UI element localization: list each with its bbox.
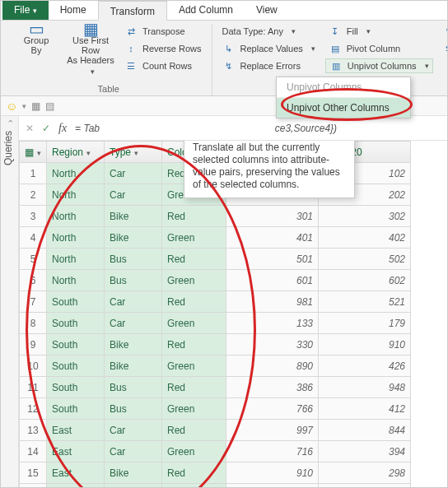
- unpivot-button[interactable]: ▥Unpivot Columns: [325, 58, 433, 73]
- table-row[interactable]: 13EastCarRed997844: [20, 420, 411, 441]
- cell-type[interactable]: Bike: [105, 227, 162, 249]
- table-row[interactable]: 5NorthBusRed501502: [20, 249, 411, 270]
- qat-icon-1[interactable]: ▦: [31, 100, 40, 112]
- data-type-button[interactable]: Data Type: Any: [219, 24, 319, 39]
- cell-v1[interactable]: 601: [226, 270, 319, 291]
- cell-v1[interactable]: 133: [226, 313, 319, 334]
- table-row[interactable]: 15EastBikeRed910298: [20, 462, 411, 484]
- cell-region[interactable]: South: [47, 291, 105, 313]
- cell-v2[interactable]: 302: [319, 206, 411, 227]
- unpivot-columns-item[interactable]: Unpivot Columns: [277, 77, 410, 97]
- row-corner[interactable]: ▦▾: [20, 142, 47, 163]
- cell-region[interactable]: South: [47, 377, 105, 398]
- cell-type[interactable]: Car: [105, 420, 162, 441]
- cell-v1[interactable]: 766: [226, 398, 319, 420]
- table-row[interactable]: 9SouthBikeRed330910: [20, 334, 411, 356]
- table-row[interactable]: 4NorthBikeGreen401402: [20, 227, 411, 249]
- first-row-headers-button[interactable]: ▦ Use First Row As Headers: [67, 24, 114, 77]
- cell-v1[interactable]: 401: [226, 227, 319, 249]
- cell-region[interactable]: North: [47, 184, 105, 206]
- cell-region[interactable]: North: [47, 270, 105, 291]
- cell-colour[interactable]: Green: [162, 227, 226, 249]
- cell-colour[interactable]: Green: [162, 356, 226, 377]
- cell-type[interactable]: Car: [105, 441, 162, 462]
- cell-region[interactable]: South: [47, 334, 105, 356]
- replace-values-button[interactable]: ↳Replace Values: [219, 41, 319, 56]
- tab-view[interactable]: View: [245, 0, 289, 20]
- cell-colour[interactable]: Red: [162, 377, 226, 398]
- cell-type[interactable]: Bus: [105, 398, 162, 420]
- cell-v1[interactable]: 997: [226, 420, 319, 441]
- cell-colour[interactable]: Red: [162, 334, 226, 356]
- formula-text[interactable]: = Tab ce3,Source4}): [75, 123, 441, 134]
- cell-region[interactable]: South: [47, 313, 105, 334]
- cell-colour[interactable]: Red: [162, 206, 226, 227]
- cancel-icon[interactable]: ✕: [26, 123, 34, 134]
- pivot-button[interactable]: ▤Pivot Column: [325, 41, 433, 56]
- cell-region[interactable]: South: [47, 356, 105, 377]
- unpivot-other-columns-item[interactable]: Unpivot Other Columns: [277, 97, 410, 118]
- transpose-button[interactable]: ⇄Transpose: [121, 24, 205, 39]
- cell-v1[interactable]: 330: [226, 334, 319, 356]
- table-row[interactable]: 16EastBikeGreen894524: [20, 484, 411, 488]
- cell-type[interactable]: Bus: [105, 377, 162, 398]
- cell-v1[interactable]: 716: [226, 441, 319, 462]
- cell-type[interactable]: Car: [105, 163, 162, 184]
- cell-v2[interactable]: 602: [319, 270, 411, 291]
- group-by-button[interactable]: ▭ Group By: [12, 24, 60, 55]
- queries-sidebar[interactable]: › Queries: [1, 116, 19, 487]
- cell-v2[interactable]: 948: [319, 377, 411, 398]
- cell-v2[interactable]: 394: [319, 441, 411, 462]
- cell-colour[interactable]: Red: [162, 420, 226, 441]
- cell-v2[interactable]: 298: [319, 462, 411, 484]
- cell-type[interactable]: Bike: [105, 356, 162, 377]
- qat-icon-2[interactable]: ▤: [45, 100, 54, 112]
- rename-button[interactable]: ✎Rename: [440, 24, 448, 39]
- cell-region[interactable]: North: [47, 163, 105, 184]
- cell-v2[interactable]: 426: [319, 356, 411, 377]
- smiley-icon[interactable]: ☺: [6, 100, 17, 113]
- tab-add-column[interactable]: Add Column: [167, 0, 245, 20]
- tab-transform[interactable]: Transform: [98, 1, 167, 21]
- cell-region[interactable]: East: [47, 420, 105, 441]
- cell-v1[interactable]: 501: [226, 249, 319, 270]
- move-button[interactable]: ⇆Move: [440, 41, 448, 56]
- cell-v1[interactable]: 386: [226, 377, 319, 398]
- cell-colour[interactable]: Red: [162, 462, 226, 484]
- cell-type[interactable]: Car: [105, 184, 162, 206]
- cell-type[interactable]: Bike: [105, 334, 162, 356]
- cell-v2[interactable]: 844: [319, 420, 411, 441]
- table-row[interactable]: 14EastCarGreen716394: [20, 441, 411, 462]
- cell-region[interactable]: South: [47, 398, 105, 420]
- cell-v1[interactable]: 910: [226, 462, 319, 484]
- cell-colour[interactable]: Green: [162, 270, 226, 291]
- accept-icon[interactable]: ✓: [42, 123, 50, 134]
- table-row[interactable]: 8SouthCarGreen133179: [20, 313, 411, 334]
- cell-type[interactable]: Bus: [105, 249, 162, 270]
- cell-type[interactable]: Car: [105, 313, 162, 334]
- cell-colour[interactable]: Green: [162, 441, 226, 462]
- cell-region[interactable]: North: [47, 249, 105, 270]
- cell-v2[interactable]: 412: [319, 398, 411, 420]
- cell-type[interactable]: Bike: [105, 206, 162, 227]
- col-region[interactable]: Region▾: [47, 142, 105, 163]
- table-row[interactable]: 11SouthBusRed386948: [20, 377, 411, 398]
- cell-type[interactable]: Bike: [105, 484, 162, 488]
- cell-colour[interactable]: Red: [162, 249, 226, 270]
- table-row[interactable]: 7SouthCarRed981521: [20, 291, 411, 313]
- cell-region[interactable]: East: [47, 441, 105, 462]
- reverse-rows-button[interactable]: ↕Reverse Rows: [121, 41, 205, 56]
- cell-type[interactable]: Bus: [105, 270, 162, 291]
- cell-v1[interactable]: 301: [226, 206, 319, 227]
- cell-v2[interactable]: 910: [319, 334, 411, 356]
- cell-v1[interactable]: 894: [226, 484, 319, 488]
- cell-region[interactable]: East: [47, 462, 105, 484]
- table-row[interactable]: 3NorthBikeRed301302: [20, 206, 411, 227]
- cell-v1[interactable]: 890: [226, 356, 319, 377]
- tab-file[interactable]: File ▾: [2, 0, 49, 20]
- cell-type[interactable]: Bike: [105, 462, 162, 484]
- cell-region[interactable]: North: [47, 227, 105, 249]
- replace-errors-button[interactable]: ↯Replace Errors: [219, 58, 319, 73]
- cell-v2[interactable]: 502: [319, 249, 411, 270]
- cell-region[interactable]: East: [47, 484, 105, 488]
